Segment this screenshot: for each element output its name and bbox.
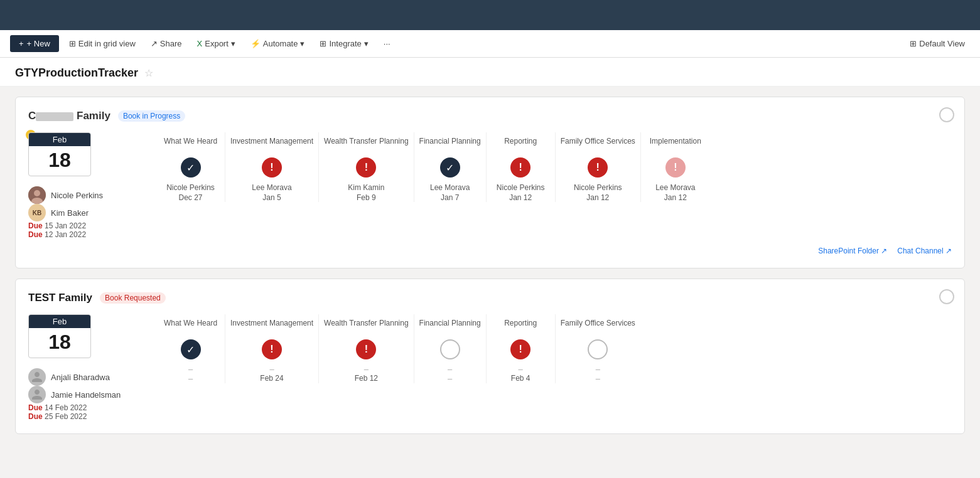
share-icon: ↗: [151, 39, 158, 48]
col-date: Feb 12: [355, 374, 378, 383]
col-person: –: [596, 364, 600, 374]
page-title-bar: GTYProductionTracker ☆: [0, 58, 980, 87]
chevron-down-icon: ▾: [364, 39, 369, 48]
card-header: C Family Book in Progress: [28, 110, 952, 122]
col-person: Lee Morava: [430, 183, 470, 193]
person-row: Anjali Bharadwa: [28, 368, 141, 386]
columns-section: What We Heard ✓ – – Investment Managemen…: [156, 314, 952, 383]
card-header: TEST Family Book Requested: [28, 292, 952, 304]
person-row: Nicole Perkins: [28, 186, 141, 204]
col-person: Nicole Perkins: [166, 183, 215, 193]
edit-grid-button[interactable]: ⊞ Edit in grid view: [64, 36, 141, 51]
left-panel: Feb 18 Anjali Bharadwa Jamie Handelsman …: [28, 314, 141, 421]
calendar-day: 18: [29, 328, 90, 358]
calendar-container: Feb 18: [28, 314, 91, 358]
col-header: Investment Management: [230, 314, 313, 333]
new-label: + New: [27, 39, 50, 48]
integrate-button[interactable]: ⊞ Integrate ▾: [315, 36, 373, 51]
col-person: –: [364, 364, 369, 374]
star-icon[interactable]: ☆: [144, 67, 153, 79]
col-person: Nicole Perkins: [574, 183, 622, 193]
status-badge: Book Requested: [100, 292, 166, 304]
empty-circle-icon: [440, 339, 460, 359]
column-item: Financial Planning ✓ Lee Morava Jan 7: [414, 132, 487, 202]
avatar: [28, 186, 46, 204]
calendar-widget: Feb 18: [28, 314, 91, 358]
column-item: Financial Planning – –: [414, 314, 487, 383]
share-button[interactable]: ↗ Share: [146, 36, 187, 51]
col-date: Dec 27: [178, 193, 202, 202]
due-date-row: Due 14 Feb 2022: [28, 403, 141, 412]
col-header: Reporting: [504, 314, 537, 333]
top-bar: [0, 0, 980, 30]
due-dates: Anjali Bharadwa Jamie Handelsman Due 14 …: [28, 368, 141, 421]
view-selector[interactable]: ⊞ Default View: [905, 36, 970, 51]
calendar-day: 18: [29, 146, 90, 176]
col-header: Family Office Services: [561, 314, 635, 333]
person-row: Jamie Handelsman: [28, 386, 141, 403]
col-header: Family Office Services: [561, 132, 635, 151]
footer-link[interactable]: Chat Channel ↗: [897, 247, 952, 255]
column-item: Implementation ! Lee Morava Jan 12: [641, 132, 710, 202]
col-date: –: [596, 374, 600, 383]
calendar-month: Feb: [29, 315, 90, 328]
col-person: Kim Kamin: [348, 183, 384, 193]
person-name: Anjali Bharadwa: [51, 373, 110, 382]
col-person: –: [188, 364, 193, 374]
svg-point-1: [34, 190, 40, 196]
col-person: Lee Morava: [655, 183, 695, 193]
page-title: GTYProductionTracker: [15, 66, 138, 80]
col-person: Nicole Perkins: [497, 183, 545, 193]
chevron-down-icon: ▾: [300, 39, 304, 48]
card-card2: TEST Family Book Requested Feb 18 Anjali…: [15, 279, 965, 434]
footer-link[interactable]: SharePoint Folder ↗: [818, 247, 887, 255]
export-button[interactable]: X Export ▾: [192, 36, 240, 51]
more-button[interactable]: ···: [379, 36, 396, 51]
due-label: Due: [28, 412, 43, 421]
columns-section: What We Heard ✓ Nicole Perkins Dec 27 In…: [156, 132, 952, 202]
due-date-row: Due 12 Jan 2022: [28, 230, 141, 239]
exclamation-icon: !: [262, 339, 282, 359]
col-date: Jan 12: [586, 193, 609, 202]
col-date: Feb 9: [357, 193, 376, 202]
grid-icon: ⊞: [69, 39, 76, 48]
col-header: Reporting: [504, 132, 537, 151]
col-date: –: [188, 374, 193, 383]
card-body: Feb 18 Nicole Perkins KB Kim Baker Due 1…: [28, 132, 952, 239]
card-circle-icon[interactable]: [939, 107, 954, 122]
column-item: Reporting ! – Feb 4: [487, 314, 556, 383]
left-panel: Feb 18 Nicole Perkins KB Kim Baker Due 1…: [28, 132, 141, 239]
avatar-person: [28, 368, 46, 386]
exclamation-icon: !: [356, 339, 376, 359]
view-icon: ⊞: [910, 39, 917, 48]
col-person: –: [269, 364, 274, 374]
card-footer: SharePoint Folder ↗Chat Channel ↗: [28, 247, 952, 255]
column-item: Investment Management ! Lee Morava Jan 5: [225, 132, 319, 202]
person-name: Kim Baker: [51, 208, 89, 218]
family-name-redacted: C Family: [28, 110, 110, 122]
due-label: Due: [28, 230, 43, 239]
card-body: Feb 18 Anjali Bharadwa Jamie Handelsman …: [28, 314, 952, 421]
col-header: What We Heard: [164, 314, 217, 333]
col-date: Jan 12: [664, 193, 687, 202]
new-button[interactable]: + + New: [10, 35, 59, 52]
column-item: What We Heard ✓ – –: [156, 314, 225, 383]
calendar-month: Feb: [29, 133, 90, 146]
card-card1: C Family Book in Progress Feb 18: [15, 97, 965, 268]
col-header: Financial Planning: [419, 314, 481, 333]
calendar-widget: Feb 18: [28, 132, 91, 176]
exclamation-icon: !: [588, 157, 608, 178]
col-header: Wealth Transfer Planning: [324, 314, 409, 333]
due-date-row: Due 15 Jan 2022: [28, 221, 141, 230]
person-name: Nicole Perkins: [51, 191, 103, 200]
family-name: TEST Family: [28, 292, 92, 304]
automate-icon: ⚡: [250, 39, 261, 48]
exclamation-icon: !: [356, 157, 376, 178]
person-row: KB Kim Baker: [28, 204, 141, 221]
col-date: Jan 7: [441, 193, 459, 202]
automate-button[interactable]: ⚡ Automate ▾: [245, 36, 310, 51]
exclamation-icon: !: [510, 157, 530, 178]
col-date: Jan 12: [509, 193, 532, 202]
card-circle-icon[interactable]: [939, 289, 954, 304]
col-person: Lee Morava: [252, 183, 291, 193]
